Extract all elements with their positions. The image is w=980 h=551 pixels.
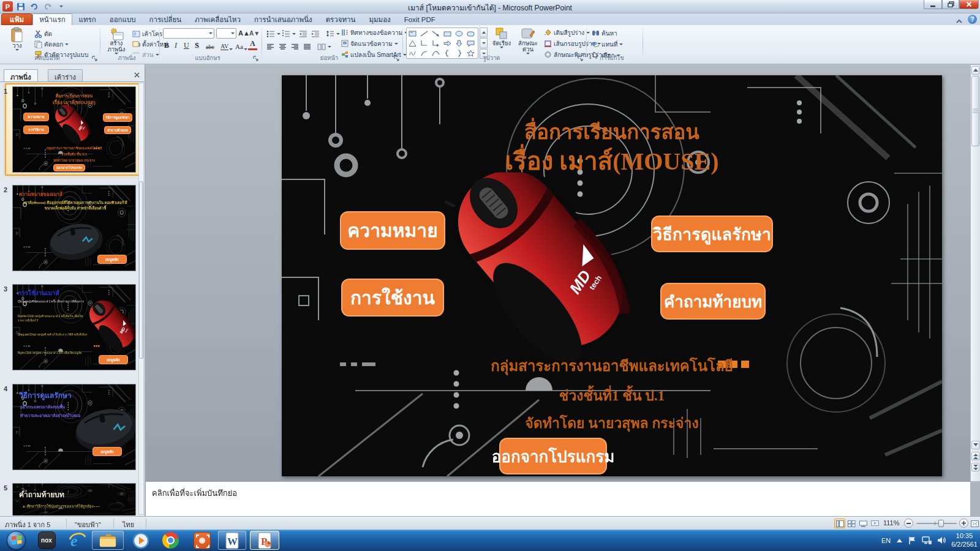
change-case-button[interactable]: Aa xyxy=(233,39,249,50)
slide-thumbnail-4[interactable]: วิธีการดูแลรักษา อย่ากระแทกเมาส์ลงบนพื้น… xyxy=(12,384,136,470)
tab-review[interactable]: ตรวจทาน xyxy=(319,13,363,25)
justify-button[interactable] xyxy=(302,42,312,51)
help-button[interactable]: ? xyxy=(968,15,977,24)
slide-thumbnail-5[interactable]: คำถามท้ายบท ๑. ศึกษาวิธีการใช้ปุ่มต่างๆข… xyxy=(12,483,136,515)
zoom-out-button[interactable] xyxy=(904,519,913,528)
tray-language-indicator[interactable]: EN xyxy=(881,537,891,544)
clipboard-dialog-launcher[interactable] xyxy=(92,56,98,62)
slide-button-care[interactable]: วิธีการดูแลรักษา xyxy=(651,216,773,252)
shrink-font-button[interactable]: A▼ xyxy=(248,28,261,38)
line-spacing-button[interactable] xyxy=(325,29,341,39)
align-right-button[interactable] xyxy=(290,42,300,51)
fit-to-window-button[interactable] xyxy=(969,519,980,528)
font-dialog-launcher[interactable] xyxy=(253,56,259,62)
taskbar-nox-icon[interactable]: nox xyxy=(34,531,59,549)
font-size-select[interactable] xyxy=(216,28,236,39)
action-center-flag-icon[interactable] xyxy=(908,536,916,545)
zoom-slider-thumb[interactable] xyxy=(938,520,944,527)
slide-thumbnail-2[interactable]: ความหมายของเมาส์ เมาส์(mouse) คืออุปกรณ์… xyxy=(12,185,136,271)
editor-scrollbar[interactable] xyxy=(970,65,980,481)
bold-button[interactable]: B xyxy=(162,39,171,50)
font-color-button[interactable]: A xyxy=(248,39,257,50)
taskbar-word-button[interactable]: W xyxy=(218,531,246,550)
taskbar-capture-tool-icon[interactable] xyxy=(190,531,214,549)
copy-button[interactable]: คัดลอก xyxy=(33,39,70,49)
restore-button[interactable] xyxy=(942,0,959,9)
tab-foxit-pdf[interactable]: Foxit PDF xyxy=(398,13,442,25)
panel-close-button[interactable] xyxy=(132,70,141,79)
start-button[interactable] xyxy=(5,530,27,551)
arrange-button[interactable]: จัดเรียง xyxy=(489,27,514,54)
slide-canvas[interactable]: สื่อการเรียนการสอน เรื่อง เมาส์(MOUSE) ค… xyxy=(282,75,942,476)
text-shadow-button[interactable]: S xyxy=(193,39,201,50)
normal-view-button[interactable] xyxy=(834,519,845,528)
bullets-button[interactable] xyxy=(265,29,282,39)
slide-button-usage[interactable]: การใช้งาน xyxy=(341,279,444,317)
minimize-button[interactable] xyxy=(924,0,942,9)
shape-rounded-rect-icon xyxy=(467,30,475,37)
slide-thumbnail-1[interactable]: สื่อการเรียนการสอน เรื่อง เมาส์(MOUSE) ค… xyxy=(12,86,136,173)
next-slide-button[interactable] xyxy=(971,463,979,471)
paragraph-dialog-launcher[interactable] xyxy=(394,56,400,62)
replace-button[interactable]: ab แทนที่ xyxy=(590,39,624,49)
font-name-select[interactable] xyxy=(163,28,214,39)
paste-button[interactable]: วาง xyxy=(4,27,31,54)
underline-button[interactable]: U xyxy=(182,39,191,50)
taskbar-media-player-icon[interactable] xyxy=(129,531,153,549)
previous-slide-button[interactable] xyxy=(971,452,979,460)
scroll-down-button[interactable] xyxy=(971,441,979,449)
tab-file[interactable]: แฟ้ม xyxy=(1,13,32,25)
columns-button[interactable] xyxy=(316,42,333,51)
tray-clock[interactable]: 10:35 6/2/2561 xyxy=(951,532,978,549)
taskbar-chrome-icon[interactable] xyxy=(158,531,183,549)
taskbar-powerpoint-button-active[interactable]: P xyxy=(250,531,279,550)
scroll-up-button[interactable] xyxy=(971,66,979,75)
zoom-slider-track[interactable] xyxy=(916,523,957,524)
drawing-dialog-launcher[interactable] xyxy=(578,56,584,62)
tab-design[interactable]: ออกแบบ xyxy=(103,13,143,25)
character-spacing-button[interactable]: AV xyxy=(219,39,235,50)
strikethrough-button[interactable]: abc xyxy=(204,39,216,50)
panel-scrollbar-thumb[interactable] xyxy=(139,181,143,359)
tab-animations[interactable]: ภาพเคลื่อนไหว xyxy=(188,13,247,25)
slide-thumbnail-3[interactable]: การใช้งานเมาส์ Click กดปุ่มซ้ายของเมาส์ … xyxy=(12,284,136,370)
shape-fill-button[interactable]: เติมสีรูปร่าง xyxy=(543,28,591,37)
close-button[interactable] xyxy=(959,0,979,9)
slide-button-questions[interactable]: คำถามท้ายบท xyxy=(660,283,766,320)
network-icon[interactable] xyxy=(922,536,932,544)
tab-slideshow[interactable]: การนำเสนอภาพนิ่ง xyxy=(247,13,319,25)
reading-view-button[interactable] xyxy=(858,519,869,528)
tab-transitions[interactable]: การเปลี่ยน xyxy=(143,13,188,25)
cut-button[interactable]: ตัด xyxy=(33,29,53,39)
tab-view[interactable]: มุมมอง xyxy=(362,13,397,25)
tab-insert[interactable]: แทรก xyxy=(72,13,103,25)
taskbar-explorer-button[interactable] xyxy=(92,531,124,550)
align-center-button[interactable] xyxy=(277,42,288,51)
tray-show-hidden-icons[interactable] xyxy=(896,538,903,543)
notes-pane[interactable]: คลิกเพื่อที่จะเพิ่มบันทึกย่อ xyxy=(146,481,970,516)
slide-button-meaning[interactable]: ความหมาย xyxy=(340,211,445,250)
new-slide-button[interactable]: สร้าง ภาพนิ่ง xyxy=(102,27,130,54)
panel-tab-slides[interactable]: ภาพนิ่ง xyxy=(4,69,38,81)
quick-styles-button[interactable]: ลักษณะ ด่วน xyxy=(514,27,541,54)
tab-home[interactable]: หน้าแรก xyxy=(32,13,72,25)
italic-button[interactable]: I xyxy=(173,39,179,50)
panel-scrollbar[interactable] xyxy=(138,83,144,515)
text-direction-button[interactable]: ทิศทางของข้อความ xyxy=(340,28,409,37)
volume-icon[interactable] xyxy=(937,536,946,544)
taskbar-internet-explorer-icon[interactable]: e xyxy=(65,531,89,549)
slide-sorter-view-button[interactable] xyxy=(846,519,857,528)
zoom-in-button[interactable] xyxy=(959,519,968,528)
zoom-level[interactable]: 111% xyxy=(883,519,900,527)
find-button[interactable]: ค้นหา xyxy=(590,28,619,38)
editor-scrollbar-thumb[interactable] xyxy=(971,76,979,146)
numbering-button[interactable] xyxy=(281,29,297,39)
panel-tab-outline[interactable]: เค้าร่าง xyxy=(48,69,83,81)
align-text-button[interactable]: จัดแนวข้อความ xyxy=(340,39,399,48)
slideshow-view-button[interactable] xyxy=(869,519,880,528)
decrease-indent-button[interactable] xyxy=(298,29,309,39)
slide-button-exit[interactable]: ออกจากโปรแกรม xyxy=(499,438,607,474)
align-left-button[interactable] xyxy=(265,42,276,51)
increase-indent-button[interactable] xyxy=(310,29,321,39)
language-indicator[interactable]: ไทย xyxy=(123,519,134,530)
